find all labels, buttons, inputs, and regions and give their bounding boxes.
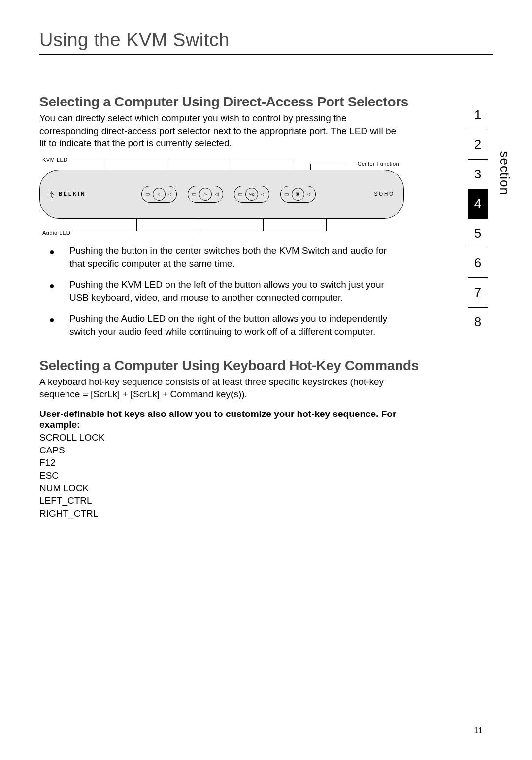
monitor-icon: ▭ — [237, 191, 243, 197]
section-vertical-label: section — [497, 151, 512, 195]
bullet-item: ●Pushing the KVM LED on the left of the … — [39, 278, 404, 304]
section-tabs: 1 2 3 4 5 6 7 8 — [463, 101, 493, 337]
bullet-item: ●Pushing the Audio LED on the right of t… — [39, 312, 404, 338]
speaker-icon: ◁ — [306, 191, 312, 197]
center-button-3: ∞o — [245, 188, 258, 201]
center-button-2: ∞ — [199, 188, 212, 201]
subheading-hotkey: Selecting a Computer Using Keyboard Hot-… — [39, 358, 493, 374]
hotkey-item: NUM LOCK — [39, 482, 493, 495]
speaker-icon: ◁ — [260, 191, 266, 197]
intro-hotkey: A keyboard hot-key sequence consists of … — [39, 376, 404, 401]
brand-block: BELKIN — [49, 190, 86, 198]
intro-direct-access: You can directly select which computer y… — [39, 112, 404, 150]
monitor-icon: ▭ — [145, 191, 151, 197]
bullet-item: ●Pushing the button in the center switch… — [39, 244, 404, 270]
hotkey-item: RIGHT_CTRL — [39, 507, 493, 520]
kvm-panel-diagram: KVM LED Center Function Audio LED BELKIN — [39, 157, 404, 236]
center-button-4: ⌘ — [292, 188, 304, 201]
port-selector-1: ▭ ○ ◁ — [141, 186, 177, 203]
port-selector-3: ▭ ∞o ◁ — [234, 186, 269, 203]
brand-text: BELKIN — [59, 191, 86, 197]
monitor-icon: ▭ — [191, 191, 197, 197]
section-tab-6: 6 — [468, 248, 488, 278]
hotkey-item: F12 — [39, 456, 493, 469]
hotkey-item: SCROLL LOCK — [39, 431, 493, 444]
kvm-led-label: KVM LED — [42, 157, 68, 163]
bullet-text: Pushing the Audio LED on the right of th… — [69, 312, 404, 338]
port-selector-2: ▭ ∞ ◁ — [188, 186, 223, 203]
bullet-dot-icon: ● — [49, 278, 55, 304]
hotkey-bold-intro: User-definable hot keys also allow you t… — [39, 409, 404, 430]
hotkey-list: SCROLL LOCK CAPS F12 ESC NUM LOCK LEFT_C… — [39, 431, 493, 519]
soho-text: SOHO — [374, 191, 395, 197]
device-panel: BELKIN ▭ ○ ◁ ▭ ∞ ◁ ▭ ∞o ◁ — [39, 170, 404, 219]
center-function-label: Center Function — [358, 161, 399, 167]
hotkey-item: CAPS — [39, 444, 493, 457]
section-tab-4: 4 — [468, 189, 488, 219]
speaker-icon: ◁ — [214, 191, 220, 197]
subheading-direct-access: Selecting a Computer Using Direct-Access… — [39, 94, 493, 110]
bullet-dot-icon: ● — [49, 244, 55, 270]
bullet-text: Pushing the KVM LED on the left of the b… — [69, 278, 404, 304]
port-buttons: ▭ ○ ◁ ▭ ∞ ◁ ▭ ∞o ◁ ▭ ⌘ ◁ — [141, 186, 316, 203]
section-tab-1: 1 — [468, 101, 488, 130]
speaker-icon: ◁ — [167, 191, 173, 197]
section-tab-2: 2 — [468, 130, 488, 160]
audio-led-label: Audio LED — [42, 230, 70, 236]
feature-bullets: ●Pushing the button in the center switch… — [39, 244, 404, 338]
bullet-dot-icon: ● — [49, 312, 55, 338]
port-selector-4: ▭ ⌘ ◁ — [280, 186, 316, 203]
center-button-1: ○ — [153, 188, 166, 201]
bullet-text: Pushing the button in the center switche… — [69, 244, 404, 270]
section-tab-8: 8 — [468, 308, 488, 337]
page-title: Using the KVM Switch — [39, 30, 493, 55]
monitor-icon: ▭ — [284, 191, 290, 197]
hotkey-item: LEFT_CTRL — [39, 494, 493, 507]
section-tab-3: 3 — [468, 160, 488, 189]
section-tab-5: 5 — [468, 219, 488, 248]
page-number: 11 — [474, 726, 483, 735]
usb-icon — [49, 190, 55, 198]
section-tab-7: 7 — [468, 278, 488, 308]
document-page: Using the KVM Switch Selecting a Compute… — [0, 0, 532, 760]
hotkey-item: ESC — [39, 469, 493, 482]
